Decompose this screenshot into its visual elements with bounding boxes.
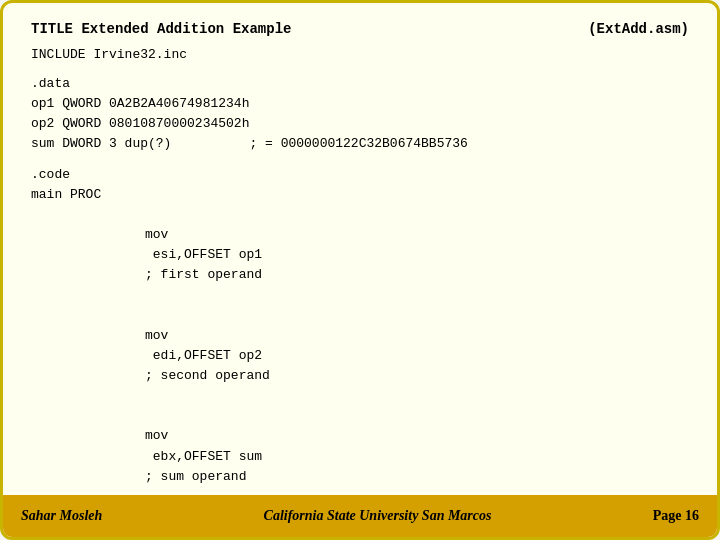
slide-filename: (ExtAdd.asm) [588,21,689,37]
data-section: .data op1 QWORD 0A2B2A40674981234h op2 Q… [31,74,689,155]
sum-line: sum DWORD 3 dup(?) ; = 0000000122C32B067… [31,134,689,154]
instr-1: mov edi,OFFSET op2 ; second operand [31,306,689,407]
footer-page: Page 16 [653,508,699,524]
comment-2: ; sum operand [145,469,246,484]
operand-2: ebx,OFFSET sum [145,449,324,464]
instr-0: mov esi,OFFSET op1 ; first operand [31,205,689,306]
slide-container: TITLE Extended Addition Example (ExtAdd.… [0,0,720,540]
operand-0: esi,OFFSET op1 [145,247,324,262]
mnemonic-0: mov [145,227,168,242]
slide-footer: Sahar Mosleh California State University… [3,495,717,537]
slide-title: TITLE Extended Addition Example [31,21,291,37]
footer-university: California State University San Marcos [264,508,492,524]
main-proc: main PROC [31,185,689,205]
op2-line: op2 QWORD 08010870000234502h [31,114,689,134]
include-line: INCLUDE Irvine32.inc [31,47,689,62]
code-section: .code main PROC mov esi,OFFSET op1 ; fir… [31,165,689,495]
instructions-block: mov esi,OFFSET op1 ; first operand mov e… [31,205,689,495]
comment-1: ; second operand [145,368,270,383]
slide-content: TITLE Extended Addition Example (ExtAdd.… [3,3,717,495]
comment-0: ; first operand [145,267,262,282]
code-label: .code [31,165,689,185]
instr-2: mov ebx,OFFSET sum ; sum operand [31,406,689,495]
mnemonic-1: mov [145,328,168,343]
operand-1: edi,OFFSET op2 [145,348,324,363]
footer-author: Sahar Mosleh [21,508,102,524]
mnemonic-2: mov [145,428,168,443]
include-text: INCLUDE Irvine32.inc [31,47,187,62]
op1-line: op1 QWORD 0A2B2A40674981234h [31,94,689,114]
data-label: .data [31,74,689,94]
title-line: TITLE Extended Addition Example (ExtAdd.… [31,21,689,37]
